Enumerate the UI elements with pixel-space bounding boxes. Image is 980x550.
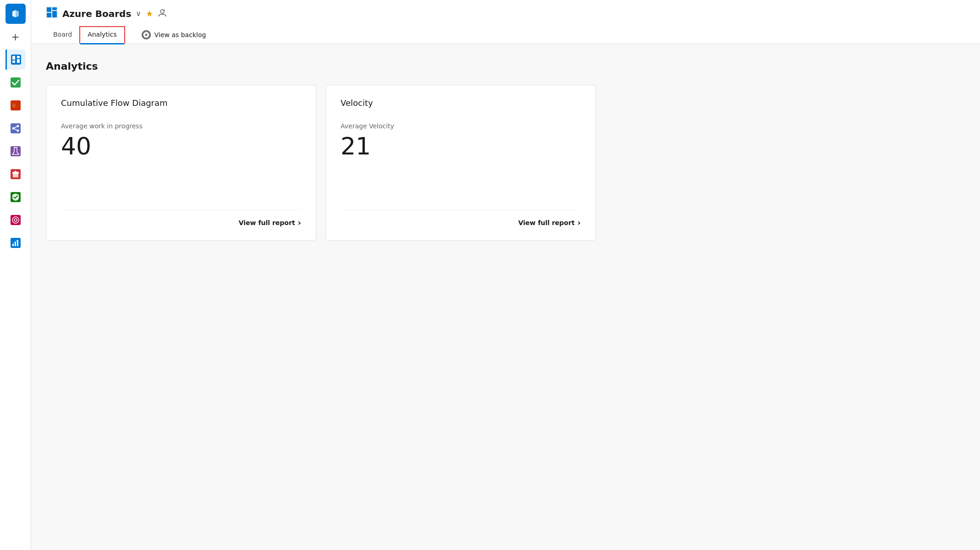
svg-text:⑂: ⑂ (12, 103, 16, 109)
velocity-title: Velocity (341, 98, 581, 108)
svg-rect-30 (47, 7, 51, 12)
dropdown-chevron-icon[interactable]: ∨ (136, 9, 141, 18)
header-title: Azure Boards (62, 8, 131, 19)
svg-rect-20 (15, 171, 17, 173)
velocity-report-link: View full report (518, 219, 575, 226)
sidebar-item-azure-devops[interactable] (6, 4, 26, 24)
velocity-metric-value: 21 (341, 132, 581, 160)
cumulative-flow-chevron-icon: › (298, 218, 301, 227)
page-title: Analytics (46, 60, 965, 72)
pipelines-icon (11, 123, 21, 133)
sidebar-item-analytics[interactable] (6, 233, 26, 253)
analytics-icon (11, 238, 21, 248)
cumulative-flow-title: Cumulative Flow Diagram (61, 98, 301, 108)
sidebar-item-test[interactable] (6, 141, 26, 161)
plus-icon: + (11, 31, 19, 43)
svg-rect-27 (15, 242, 16, 246)
sidebar-item-repos[interactable]: ⑂ (6, 95, 26, 116)
security-icon (11, 192, 21, 202)
header: Azure Boards ∨ ★ Board Analytics (31, 0, 980, 44)
content-area: Analytics Cumulative Flow Diagram Averag… (31, 44, 980, 257)
sidebar-item-feedback[interactable] (6, 210, 26, 230)
svg-marker-36 (145, 33, 148, 36)
velocity-chevron-icon: › (578, 218, 581, 227)
svg-rect-5 (17, 59, 20, 63)
sidebar-item-boards[interactable] (6, 50, 26, 70)
svg-rect-33 (52, 11, 57, 17)
azure-boards-icon (46, 6, 58, 21)
svg-rect-9 (11, 123, 21, 133)
cumulative-flow-metric-value: 40 (61, 132, 301, 160)
svg-rect-32 (47, 13, 51, 17)
analytics-cards-grid: Cumulative Flow Diagram Average work in … (46, 85, 596, 241)
svg-point-10 (12, 127, 14, 130)
favorite-star-icon[interactable]: ★ (146, 9, 153, 18)
svg-rect-31 (52, 7, 57, 10)
nav-tabs: Board Analytics View as backlog (46, 26, 965, 44)
view-as-backlog-icon (142, 30, 151, 39)
test-icon (11, 146, 21, 156)
header-top: Azure Boards ∨ ★ (46, 6, 965, 21)
sidebar-item-security[interactable] (6, 187, 26, 207)
sidebar-item-pipelines[interactable] (6, 118, 26, 138)
person-icon[interactable] (158, 8, 167, 19)
sidebar: + ⑂ (0, 0, 31, 550)
svg-rect-2 (12, 56, 15, 60)
svg-point-11 (17, 125, 19, 127)
cumulative-flow-report-link: View full report (239, 219, 295, 226)
svg-rect-28 (17, 240, 18, 246)
cumulative-flow-card[interactable]: Cumulative Flow Diagram Average work in … (46, 85, 316, 241)
velocity-footer[interactable]: View full report › (341, 210, 581, 227)
svg-point-12 (17, 130, 19, 132)
svg-point-34 (160, 10, 164, 13)
cumulative-flow-metric-label: Average work in progress (61, 122, 301, 130)
artifacts-icon (11, 169, 21, 179)
velocity-card[interactable]: Velocity Average Velocity 21 View full r… (325, 85, 596, 241)
svg-rect-4 (12, 60, 15, 63)
sidebar-item-new[interactable]: + (6, 27, 26, 47)
svg-rect-26 (12, 244, 14, 246)
main-content: Azure Boards ∨ ★ Board Analytics (31, 0, 980, 550)
svg-rect-3 (17, 56, 20, 58)
velocity-metric-label: Average Velocity (341, 122, 581, 130)
repos-icon: ⑂ (11, 100, 21, 110)
cumulative-flow-footer[interactable]: View full report › (61, 210, 301, 227)
view-as-backlog-label: View as backlog (154, 31, 206, 38)
boards-icon (11, 55, 21, 65)
sidebar-item-kanban[interactable] (6, 72, 26, 93)
feedback-icon (11, 215, 21, 225)
view-as-backlog-button[interactable]: View as backlog (136, 27, 212, 43)
azure-devops-icon (11, 9, 21, 19)
kanban-icon (11, 77, 21, 88)
tab-board[interactable]: Board (46, 27, 79, 43)
sidebar-item-artifacts[interactable] (6, 164, 26, 184)
tab-analytics[interactable]: Analytics (79, 26, 125, 44)
